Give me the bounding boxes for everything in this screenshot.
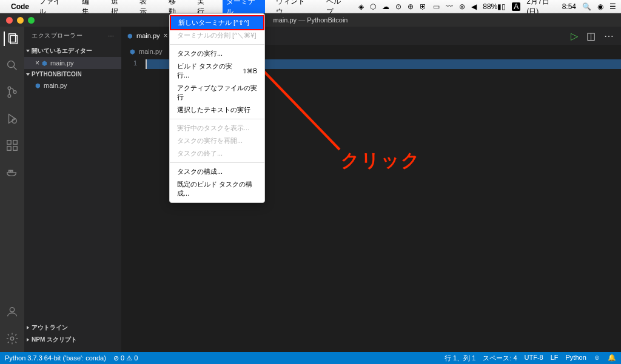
menubar-siri-icon[interactable]: ◉ (597, 2, 603, 11)
menubar-time[interactable]: 8:54 (562, 2, 576, 11)
menu-configure-default-build[interactable]: 既定のビルド タスクの構成... (170, 178, 264, 200)
run-button-icon[interactable]: ▷ (571, 30, 578, 42)
svg-point-6 (13, 91, 16, 94)
tab-label: main.py (136, 32, 160, 39)
menubar-chat-icon[interactable]: ⊕ (408, 2, 414, 11)
sidebar-header: エクスプローラー ⋯ (24, 27, 121, 45)
menubar-wave-icon[interactable]: 〰 (446, 2, 453, 11)
status-cursor-pos[interactable]: 行 1、列 1 (445, 354, 475, 363)
status-bell-icon[interactable]: 🔔 (608, 354, 616, 363)
sidebar: エクスプローラー ⋯ 開いているエディター × ⬢ main.py PYTHON… (24, 27, 121, 352)
menubar-shield-icon[interactable]: ⛨ (420, 2, 427, 11)
svg-rect-14 (11, 170, 13, 172)
title-bar: main.py — PythonBitcoin (0, 13, 621, 27)
mac-menubar: Code ファイル 編集 選択 表示 移動 実行 ターミナル ウィンドウ ヘルプ… (0, 0, 621, 13)
breadcrumb-file: main.py (139, 48, 163, 55)
menu-new-terminal[interactable]: 新しいターミナル [^⇧^] (171, 16, 263, 29)
window-title: main.py — PythonBitcoin (274, 16, 348, 24)
svg-line-3 (14, 67, 17, 70)
sidebar-title: エクスプローラー (32, 31, 82, 40)
svg-point-5 (8, 94, 11, 98)
window-controls (0, 17, 35, 24)
docker-icon[interactable] (5, 165, 19, 179)
settings-gear-icon[interactable] (5, 331, 19, 346)
open-editor-file[interactable]: × ⬢ main.py (24, 57, 121, 69)
python-file-icon: ⬢ (127, 33, 133, 39)
svg-point-2 (8, 61, 15, 68)
extensions-icon[interactable] (5, 138, 19, 153)
close-window-button[interactable] (6, 17, 13, 24)
svg-point-4 (8, 87, 11, 90)
search-icon[interactable] (5, 58, 19, 73)
status-feedback-icon[interactable]: ☺ (594, 354, 600, 363)
terminal-menu-dropdown: 新しいターミナル [^⇧^] ターミナルの分割 [^＼⌘¥] タスクの実行...… (169, 13, 265, 203)
svg-point-16 (10, 337, 14, 340)
python-file-icon: ⬢ (35, 82, 41, 89)
maximize-window-button[interactable] (28, 17, 35, 24)
close-tab-icon[interactable]: × (164, 31, 168, 40)
menu-show-running-tasks: 実行中のタスクを表示... (170, 122, 264, 134)
app-name[interactable]: Code (11, 2, 29, 11)
close-icon[interactable]: × (35, 59, 39, 67)
menubar-list-icon[interactable]: ☰ (609, 2, 616, 11)
menubar-cloud-icon[interactable]: ☁ (382, 2, 389, 11)
status-bar: Python 3.7.3 64-bit ('base': conda) ⊘ 0 … (0, 352, 621, 364)
activity-bar (0, 27, 24, 352)
explorer-icon[interactable] (4, 31, 19, 46)
split-editor-icon[interactable]: ◫ (586, 30, 596, 42)
menu-configure-task[interactable]: タスクの構成... (170, 165, 264, 178)
source-control-icon[interactable] (5, 85, 19, 99)
svg-rect-13 (9, 170, 11, 172)
line-gutter: 1 (121, 58, 146, 352)
menubar-ime[interactable]: A (512, 2, 520, 11)
menubar-wifi-icon[interactable]: ⊜ (459, 2, 465, 11)
svg-rect-12 (13, 141, 17, 144)
python-file-icon: ⬢ (130, 48, 135, 55)
menubar-battery[interactable]: 88% ▮▯ (483, 2, 506, 11)
menubar-search-icon[interactable]: 🔍 (582, 2, 591, 11)
svg-rect-9 (7, 141, 11, 144)
python-file-icon: ⬢ (42, 60, 47, 67)
menu-run-task[interactable]: タスクの実行... (170, 47, 264, 60)
status-spaces[interactable]: スペース: 4 (483, 354, 517, 363)
menu-run-selected-text[interactable]: 選択したテキストの実行 (170, 104, 264, 116)
status-problems[interactable]: ⊘ 0 ⚠ 0 (113, 354, 138, 362)
svg-rect-10 (7, 147, 11, 150)
menubar-volume-icon[interactable]: ◀ (471, 2, 477, 11)
status-eol[interactable]: LF (551, 354, 559, 363)
section-open-editors[interactable]: 開いているエディター (24, 45, 121, 57)
menu-run-active-file[interactable]: アクティブなファイルの実行 (170, 82, 264, 104)
menubar-display-icon[interactable]: ▭ (433, 2, 440, 11)
section-npm[interactable]: NPM スクリプト (24, 334, 121, 346)
project-file[interactable]: ⬢ main.py (24, 79, 121, 91)
menubar-docker-icon[interactable]: ◈ (358, 2, 364, 11)
status-encoding[interactable]: UTF-8 (525, 354, 543, 363)
file-name: main.py (44, 82, 67, 89)
svg-rect-11 (13, 147, 17, 150)
status-language[interactable]: Python (566, 354, 586, 363)
file-name: main.py (50, 59, 74, 67)
section-outline[interactable]: アウトライン (24, 322, 121, 334)
menubar-cc-icon[interactable]: ⊙ (395, 2, 401, 11)
account-icon[interactable] (5, 305, 19, 319)
sidebar-more-icon[interactable]: ⋯ (108, 33, 115, 39)
svg-point-15 (10, 308, 14, 312)
debug-icon[interactable] (5, 111, 19, 126)
menubar-dropbox-icon[interactable]: ⬡ (370, 2, 376, 11)
status-python[interactable]: Python 3.7.3 64-bit ('base': conda) (5, 354, 106, 362)
menu-split-terminal: ターミナルの分割 [^＼⌘¥] (170, 29, 264, 42)
menu-restart-task: タスクの実行を再開... (170, 134, 264, 147)
menu-terminate-task: タスクの終了... (170, 147, 264, 160)
minimize-window-button[interactable] (17, 17, 24, 24)
menu-run-build-task[interactable]: ビルド タスクの実行...⇧⌘B (170, 60, 264, 82)
more-actions-icon[interactable]: ⋯ (604, 30, 614, 42)
section-project[interactable]: PYTHONBITCOIN (24, 69, 121, 79)
